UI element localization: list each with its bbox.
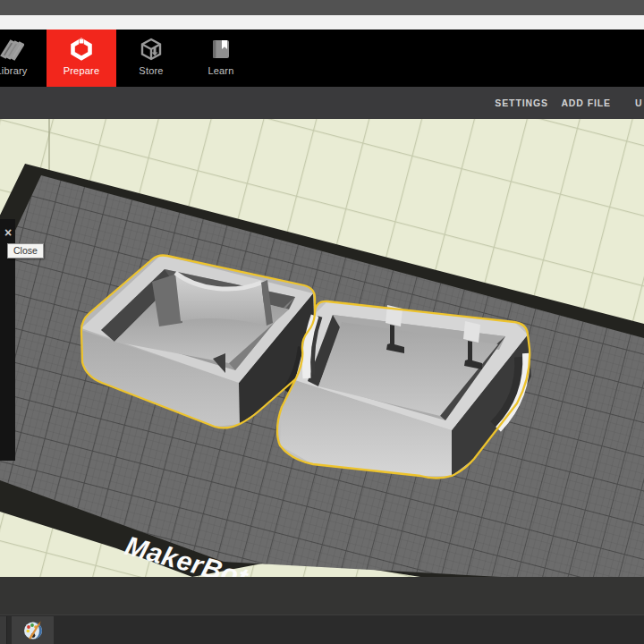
main-navbar: Library Prepare Store	[0, 30, 644, 87]
app-window: Library Prepare Store	[0, 0, 644, 644]
learn-icon	[208, 38, 233, 61]
scene-canvas: MakerBot ™	[0, 119, 644, 577]
taskbar-app-button[interactable]	[12, 616, 54, 644]
store-icon	[139, 38, 164, 61]
menu-add-file[interactable]: ADD FILE	[561, 87, 611, 119]
tab-library-label: Library	[0, 65, 28, 76]
prepare-icon	[69, 38, 94, 61]
tab-store-label: Store	[139, 65, 163, 76]
tab-prepare[interactable]: Prepare	[47, 30, 116, 87]
secondary-menubar: SETTINGS ADD FILE U	[0, 87, 644, 119]
close-icon: ×	[4, 225, 12, 240]
tab-learn[interactable]: Learn	[186, 30, 256, 87]
tab-library[interactable]: Library	[0, 30, 47, 87]
taskbar-edge-button[interactable]	[0, 616, 7, 644]
menu-clipped-item[interactable]: U	[635, 87, 642, 119]
library-icon	[0, 38, 24, 61]
tab-learn-label: Learn	[208, 65, 233, 76]
tab-store[interactable]: Store	[116, 30, 186, 87]
taskbar	[0, 614, 644, 644]
window-titlebar	[0, 0, 644, 15]
menu-settings[interactable]: SETTINGS	[495, 87, 548, 119]
close-tooltip: Close	[7, 243, 44, 258]
status-bar	[0, 577, 644, 614]
tab-prepare-label: Prepare	[64, 65, 100, 76]
viewport-3d[interactable]: MakerBot ™	[0, 119, 644, 577]
paint-palette-icon	[22, 620, 44, 641]
close-panel-button[interactable]: ×	[1, 225, 15, 240]
window-menustrip	[0, 15, 644, 30]
